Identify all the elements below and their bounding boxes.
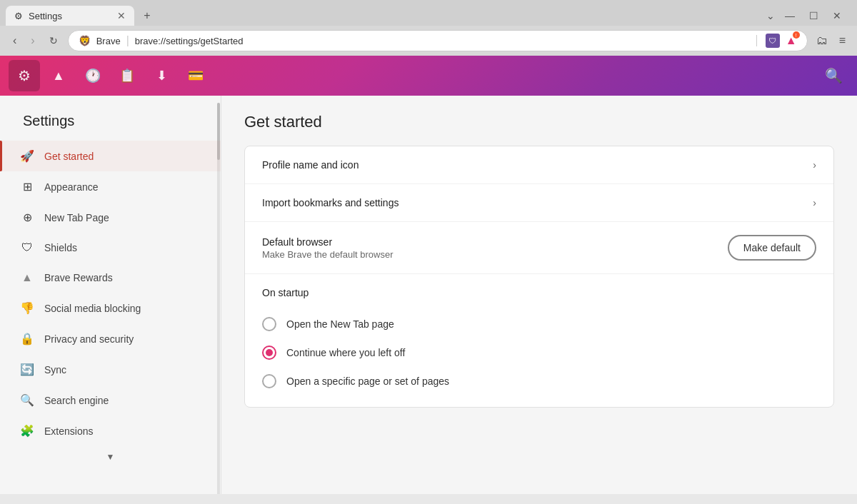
leo-icon[interactable]: ▲!	[786, 34, 797, 47]
maximize-button[interactable]: ☐	[805, 9, 823, 23]
bookmarks-toolbar-icon[interactable]: 📋	[111, 60, 143, 91]
sidebar-label-brave-rewards: Brave Rewards	[44, 272, 113, 283]
sidebar-item-privacy-and-security[interactable]: 🔒 Privacy and security	[0, 323, 221, 354]
profile-name-title: Profile name and icon	[262, 159, 813, 171]
wallet-toolbar-icon[interactable]: 💳	[180, 60, 211, 91]
on-startup-title: On startup	[262, 287, 816, 298]
profile-name-row[interactable]: Profile name and icon ›	[245, 146, 833, 184]
import-bookmarks-chevron: ›	[813, 197, 816, 208]
sidebar-item-social-media-blocking[interactable]: 👎 Social media blocking	[0, 293, 221, 323]
sidebar-label-shields: Shields	[44, 242, 77, 253]
menu-button[interactable]: ≡	[836, 31, 848, 50]
on-startup-section: On startup Open the New Tab page Continu…	[245, 274, 833, 407]
site-label: Brave	[96, 36, 121, 46]
sidebar-label-extensions: Extensions	[44, 425, 93, 437]
tab-bar: ⚙ Settings ✕ + ⌄ — ☐ ✕	[0, 0, 857, 26]
radio-continue-label: Continue where you left off	[286, 347, 405, 358]
get-started-icon: 🚀	[20, 149, 34, 163]
privacy-security-icon: 🔒	[20, 332, 34, 346]
sync-icon: 🔄	[20, 363, 34, 376]
sidebar-item-appearance[interactable]: ⊞ Appearance	[0, 171, 221, 202]
sidebar-label-privacy-and-security: Privacy and security	[44, 333, 134, 345]
radio-specific-label: Open a specific page or set of pages	[286, 376, 449, 387]
sidebar-label-sync: Sync	[44, 364, 66, 376]
make-default-button[interactable]: Make default	[728, 235, 816, 261]
shields-toolbar-icon[interactable]: ▲	[43, 60, 74, 91]
sidebar-item-new-tab-page[interactable]: ⊕ New Tab Page	[0, 202, 221, 233]
appearance-icon: ⊞	[20, 180, 34, 193]
sidebar-item-get-started[interactable]: 🚀 Get started	[0, 141, 221, 171]
active-tab[interactable]: ⚙ Settings ✕	[6, 6, 134, 26]
browser-toolbar: ⚙ ▲ 🕐 📋 ⬇ 💳 🔍	[0, 56, 857, 96]
sidebar-label-get-started: Get started	[44, 151, 94, 162]
brave-logo-icon: 🦁	[79, 35, 91, 46]
radio-specific-circle	[262, 374, 276, 388]
shields-icon: 🛡	[20, 241, 34, 254]
reload-button[interactable]: ↻	[45, 32, 62, 49]
sidebar-label-new-tab-page: New Tab Page	[44, 212, 109, 223]
radio-new-tab-label: Open the New Tab page	[286, 318, 394, 330]
default-browser-title: Default browser	[262, 236, 728, 248]
sidebar-item-search-engine[interactable]: 🔍 Search engine	[0, 385, 221, 415]
main-content: Get started Profile name and icon › Impo…	[221, 96, 857, 494]
address-bar[interactable]: 🦁 Brave | brave://settings/getStarted 🛡 …	[68, 30, 808, 51]
get-started-left-bar	[0, 141, 2, 171]
new-tab-page-icon: ⊕	[20, 211, 34, 224]
sidebar-title: Settings	[0, 96, 221, 141]
back-button[interactable]: ‹	[9, 31, 21, 50]
toolbar-search-button[interactable]: 🔍	[819, 61, 848, 90]
import-bookmarks-title: Import bookmarks and settings	[262, 197, 813, 208]
chevron-down-icon: ▼	[106, 452, 115, 462]
forward-button[interactable]: ›	[26, 31, 39, 50]
settings-toolbar-icon[interactable]: ⚙	[9, 60, 40, 91]
close-button[interactable]: ✕	[828, 9, 846, 23]
content-area: Settings 🚀 Get started ⊞ Appearance ⊕ Ne…	[0, 96, 857, 494]
radio-continue-circle	[262, 346, 276, 360]
minimize-button[interactable]: —	[781, 9, 799, 23]
shield-icon[interactable]: 🛡	[766, 34, 780, 48]
settings-card: Profile name and icon › Import bookmarks…	[244, 146, 834, 408]
import-bookmarks-row[interactable]: Import bookmarks and settings ›	[245, 184, 833, 222]
tab-close-icon[interactable]: ✕	[117, 10, 126, 21]
sidebar-scroll-down[interactable]: ▼	[0, 446, 221, 468]
tab-favicon: ⚙	[14, 11, 23, 21]
sidebar-label-search-engine: Search engine	[44, 395, 109, 406]
sidebar-item-shields[interactable]: 🛡 Shields	[0, 233, 221, 263]
browser-chrome: ⚙ Settings ✕ + ⌄ — ☐ ✕ ‹ › ↻ 🦁 Brave | b…	[0, 0, 857, 96]
sidebar-item-sync[interactable]: 🔄 Sync	[0, 354, 221, 385]
default-browser-row: Default browser Make Brave the default b…	[245, 222, 833, 274]
history-toolbar-icon[interactable]: 🕐	[77, 60, 109, 91]
sidebar-item-brave-rewards[interactable]: ▲ Brave Rewards	[0, 263, 221, 293]
sidebar-label-appearance: Appearance	[44, 181, 99, 193]
toolbar-icons: ⚙ ▲ 🕐 📋 ⬇ 💳	[9, 60, 819, 91]
social-media-blocking-icon: 👎	[20, 301, 34, 315]
downloads-toolbar-icon[interactable]: ⬇	[146, 60, 177, 91]
sidebar-label-social-media-blocking: Social media blocking	[44, 303, 141, 314]
nav-bar: ‹ › ↻ 🦁 Brave | brave://settings/getStar…	[0, 26, 857, 56]
default-browser-desc: Make Brave the default browser	[262, 249, 728, 260]
brave-rewards-icon: ▲	[20, 271, 34, 284]
radio-continue-where-left-off[interactable]: Continue where you left off	[262, 338, 816, 367]
profile-name-chevron: ›	[813, 159, 816, 171]
radio-open-new-tab[interactable]: Open the New Tab page	[262, 310, 816, 338]
wallet-toolbar-btn[interactable]: 🗂	[813, 31, 831, 50]
page-title: Get started	[244, 113, 834, 131]
radio-new-tab-circle	[262, 317, 276, 331]
new-tab-button[interactable]: +	[137, 6, 157, 26]
sidebar: Settings 🚀 Get started ⊞ Appearance ⊕ Ne…	[0, 96, 221, 494]
address-separator: |	[126, 34, 129, 47]
sidebar-item-extensions[interactable]: 🧩 Extensions	[0, 415, 221, 446]
tab-title: Settings	[29, 11, 62, 21]
radio-open-specific-page[interactable]: Open a specific page or set of pages	[262, 367, 816, 395]
address-divider	[756, 35, 757, 46]
tabs-overview-icon[interactable]: ⌄	[766, 10, 775, 21]
search-engine-icon: 🔍	[20, 393, 34, 407]
default-browser-text: Default browser Make Brave the default b…	[262, 236, 728, 260]
address-url[interactable]: brave://settings/getStarted	[135, 36, 748, 46]
extensions-icon: 🧩	[20, 424, 34, 438]
